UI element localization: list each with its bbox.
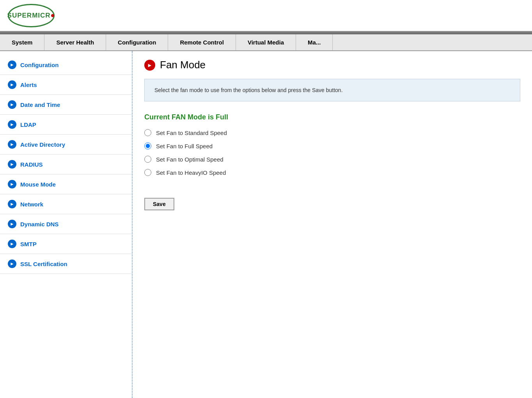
fan-mode-options: Set Fan to Standard Speed Set Fan to Ful… <box>144 129 520 176</box>
sidebar-label-active-directory: Active Directory <box>20 141 65 148</box>
sidebar-item-dynamic-dns[interactable]: ► Dynamic DNS <box>0 214 132 234</box>
sidebar-item-ssl-certification[interactable]: ► SSL Certification <box>0 254 132 274</box>
nav-item-remote-control[interactable]: Remote Control <box>168 34 236 50</box>
logo: SUPERMICR● <box>8 4 55 27</box>
sidebar-item-ldap[interactable]: ► LDAP <box>0 115 132 135</box>
radio-label-standard[interactable]: Set Fan to Standard Speed <box>156 130 227 136</box>
arrow-icon-mouse-mode: ► <box>8 180 16 188</box>
radio-label-optimal[interactable]: Set Fan to Optimal Speed <box>156 156 223 163</box>
sidebar-label-alerts: Alerts <box>20 82 37 88</box>
arrow-icon-radius: ► <box>8 160 16 169</box>
sidebar-item-radius[interactable]: ► RADIUS <box>0 155 132 174</box>
sidebar-label-mouse-mode: Mouse Mode <box>20 181 56 188</box>
main-layout: ► Configuration ► Alerts ► Date and Time… <box>0 51 532 398</box>
radio-option-full: Set Fan to Full Speed <box>144 142 520 149</box>
radio-standard-speed[interactable] <box>144 129 151 136</box>
arrow-icon-alerts: ► <box>8 80 16 89</box>
nav-item-system[interactable]: System <box>0 34 44 50</box>
logo-text: SUPERMICR● <box>7 11 55 20</box>
sidebar-label-network: Network <box>20 201 43 208</box>
sidebar-label-dynamic-dns: Dynamic DNS <box>20 221 59 227</box>
sidebar-item-alerts[interactable]: ► Alerts <box>0 75 132 95</box>
logo-oval: SUPERMICR● <box>8 4 55 27</box>
logo-dot: ● <box>51 11 55 19</box>
sidebar-label-configuration: Configuration <box>20 62 59 68</box>
page-title-icon: ► <box>144 60 155 71</box>
nav-item-server-health[interactable]: Server Health <box>44 34 106 50</box>
logo-bar: SUPERMICR● <box>0 0 532 31</box>
sidebar-item-date-and-time[interactable]: ► Date and Time <box>0 95 132 115</box>
sidebar-label-radius: RADIUS <box>20 161 43 168</box>
arrow-icon-date-and-time: ► <box>8 100 16 109</box>
info-box: Select the fan mode to use from the opti… <box>144 79 520 101</box>
sidebar-item-smtp[interactable]: ► SMTP <box>0 234 132 254</box>
arrow-icon-ldap: ► <box>8 120 16 129</box>
content-area: ► Fan Mode Select the fan mode to use fr… <box>133 51 532 398</box>
radio-option-optimal: Set Fan to Optimal Speed <box>144 156 520 163</box>
nav-item-maintenance[interactable]: Ma... <box>296 34 333 50</box>
nav-gradient-bar <box>0 31 532 34</box>
arrow-icon-configuration: ► <box>8 60 16 69</box>
nav-menu: System Server Health Configuration Remot… <box>0 34 532 51</box>
page-title-text: Fan Mode <box>160 59 206 71</box>
sidebar-label-ldap: LDAP <box>20 121 36 128</box>
info-text: Select the fan mode to use from the opti… <box>154 87 343 93</box>
arrow-icon-network: ► <box>8 200 16 208</box>
radio-optimal-speed[interactable] <box>144 156 151 163</box>
sidebar-item-network[interactable]: ► Network <box>0 194 132 214</box>
radio-option-standard: Set Fan to Standard Speed <box>144 129 520 136</box>
arrow-icon-dynamic-dns: ► <box>8 220 16 228</box>
radio-option-heavyio: Set Fan to HeavyIO Speed <box>144 169 520 176</box>
arrow-icon-ssl-certification: ► <box>8 259 16 268</box>
sidebar-item-configuration[interactable]: ► Configuration <box>0 55 132 75</box>
current-fan-mode-label: Current FAN Mode is Full <box>144 113 520 121</box>
save-button-container: Save <box>144 182 520 210</box>
arrow-icon-active-directory: ► <box>8 140 16 149</box>
radio-label-full[interactable]: Set Fan to Full Speed <box>156 143 213 149</box>
radio-heavyio-speed[interactable] <box>144 169 151 176</box>
radio-full-speed[interactable] <box>144 142 151 149</box>
sidebar-label-ssl-certification: SSL Certification <box>20 261 67 267</box>
save-button[interactable]: Save <box>144 198 174 210</box>
sidebar-item-mouse-mode[interactable]: ► Mouse Mode <box>0 174 132 194</box>
radio-label-heavyio[interactable]: Set Fan to HeavyIO Speed <box>156 169 226 176</box>
arrow-icon-smtp: ► <box>8 240 16 248</box>
sidebar: ► Configuration ► Alerts ► Date and Time… <box>0 51 133 398</box>
page-title: ► Fan Mode <box>144 59 520 71</box>
nav-item-virtual-media[interactable]: Virtual Media <box>236 34 296 50</box>
sidebar-label-smtp: SMTP <box>20 241 37 247</box>
nav-item-configuration[interactable]: Configuration <box>106 34 168 50</box>
sidebar-item-active-directory[interactable]: ► Active Directory <box>0 135 132 155</box>
sidebar-label-date-and-time: Date and Time <box>20 101 60 108</box>
